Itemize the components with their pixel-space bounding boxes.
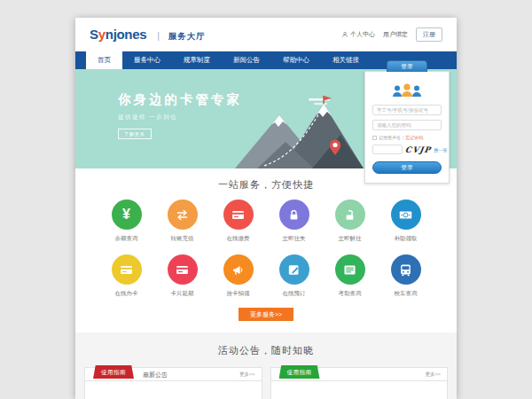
announcement-panels: 使用指南 最新公告 更多>> 使用指南 更多>>	[84, 367, 448, 399]
register-button[interactable]: 注册	[416, 27, 442, 42]
service-label: 卡片延期	[154, 290, 210, 298]
remember-label: 记住用户名	[379, 135, 401, 140]
password-input[interactable]	[372, 120, 442, 130]
username-input[interactable]	[372, 105, 442, 115]
more-link[interactable]: 更多>>	[426, 372, 441, 378]
service-item[interactable]: 立即解挂	[322, 200, 378, 243]
more-link[interactable]: 更多>>	[239, 372, 254, 378]
announcements-section: 活动公告，随时知晓 使用指南 最新公告 更多>> 使用指南 更多>>	[75, 332, 457, 399]
service-label: 转账充值	[154, 235, 210, 243]
users-group-icon	[389, 82, 425, 98]
bus-icon	[398, 262, 413, 278]
banner-heading: 你身边的卡管专家	[118, 91, 242, 108]
service-label: 在线缴费	[210, 235, 266, 243]
service-item[interactable]: 转账充值	[154, 200, 210, 243]
service-label: 补助领取	[378, 235, 434, 243]
service-item[interactable]: 立即挂失	[266, 200, 322, 243]
service-icon-circle	[168, 254, 198, 285]
panel-tab-row: 使用指南 更多>>	[271, 368, 448, 381]
service-item[interactable]: 拾卡招领	[210, 254, 266, 298]
site-logo[interactable]: Synjones | 服务大厅	[90, 27, 206, 43]
service-item[interactable]: 考勤查询	[322, 254, 378, 298]
mountain-illustration	[231, 93, 364, 168]
service-item[interactable]: 校车查询	[378, 254, 434, 298]
nav-item[interactable]: 帮助中心	[271, 51, 321, 69]
yuan-icon: ¥	[122, 207, 130, 222]
service-label: 拾卡招领	[210, 290, 266, 298]
service-item[interactable]: ¥余额查询	[98, 200, 154, 243]
service-icon-circle: ¥	[112, 200, 142, 230]
webpage: Synjones | 服务大厅 个人中心 用户绑定 注册 首页服务中心规章制度新…	[75, 18, 457, 399]
banknote-icon	[398, 207, 413, 223]
transfer-arrows-icon	[175, 207, 190, 223]
person-icon	[341, 31, 348, 38]
nav-item[interactable]: 服务中心	[122, 51, 172, 69]
service-icon-circle	[335, 200, 365, 230]
site-header: Synjones | 服务大厅 个人中心 用户绑定 注册	[75, 18, 457, 51]
service-label: 立即挂失	[266, 235, 322, 243]
bank-card-icon	[231, 207, 246, 223]
nav-item[interactable]: 新闻公告	[222, 51, 271, 69]
user-binding-label: 用户绑定	[383, 30, 408, 39]
nav-item[interactable]: 相关链接	[321, 51, 371, 69]
remember-row: 记住用户名 | 忘记密码	[372, 135, 442, 140]
more-services-button[interactable]: 更多服务>>	[239, 308, 293, 321]
panel-tab-row: 使用指南 最新公告 更多>>	[85, 368, 262, 381]
banner-cta-button[interactable]: 了解更多	[118, 129, 152, 139]
login-tab[interactable]: 登录	[387, 60, 427, 72]
login-submit-button[interactable]: 登录	[372, 161, 442, 174]
captcha-refresh-link[interactable]: 换一张	[434, 147, 447, 153]
tab-latest-news[interactable]: 最新公告	[143, 368, 168, 381]
login-panel: 登录 记住用户名 | 忘记密码 CVJP 换一张 登	[364, 71, 450, 184]
tab-usage-guide[interactable]: 使用指南	[93, 365, 134, 379]
service-icon-circle	[279, 254, 309, 285]
service-icon-circle	[223, 254, 254, 285]
service-label: 立即解挂	[322, 235, 378, 243]
service-icon-circle	[335, 254, 365, 285]
bank-card-icon	[175, 262, 190, 278]
bank-card-icon	[119, 262, 134, 278]
service-item[interactable]: 在线办卡	[98, 254, 154, 298]
site-subtitle: 服务大厅	[168, 31, 206, 41]
service-icon-circle	[391, 200, 421, 230]
remember-divider: |	[403, 135, 403, 140]
service-item[interactable]: 在线缴费	[210, 200, 266, 243]
remember-checkbox[interactable]	[372, 136, 377, 140]
user-binding-link[interactable]: 用户绑定	[383, 30, 408, 39]
service-item[interactable]: 在线预订	[266, 254, 322, 298]
hero-banner: 你身边的卡管专家 提供捷径 一步到位 了解更多 登录	[75, 69, 457, 168]
announcements-title: 活动公告，随时知晓	[84, 344, 448, 357]
personal-center-label: 个人中心	[350, 30, 375, 39]
service-icon-circle	[391, 254, 421, 285]
logo-text-2: njones	[106, 27, 147, 42]
edit-icon	[286, 262, 301, 278]
megaphone-icon	[231, 262, 246, 278]
banner-text-block: 你身边的卡管专家 提供捷径 一步到位 了解更多	[118, 91, 242, 139]
services-section: 一站服务，方便快捷 ¥余额查询转账充值在线缴费立即挂失立即解挂补助领取在线办卡卡…	[75, 168, 457, 321]
nav-item[interactable]: 规章制度	[172, 51, 222, 69]
tab-usage-guide-2[interactable]: 使用指南	[279, 365, 320, 379]
personal-center-link[interactable]: 个人中心	[341, 30, 375, 39]
lock-icon	[286, 207, 301, 223]
guide-news-panel: 使用指南 最新公告 更多>>	[84, 367, 262, 399]
forgot-password-link[interactable]: 忘记密码	[405, 135, 423, 140]
services-grid: ¥余额查询转账充值在线缴费立即挂失立即解挂补助领取在线办卡卡片延期拾卡招领在线预…	[98, 200, 434, 298]
captcha-input[interactable]	[372, 145, 403, 154]
service-icon-circle	[223, 200, 254, 230]
service-item[interactable]: 卡片延期	[154, 254, 210, 298]
service-label: 在线办卡	[98, 290, 154, 298]
service-label: 考勤查询	[322, 290, 378, 298]
logo-text: S	[90, 27, 98, 42]
service-icon-circle	[279, 200, 309, 230]
service-label: 校车查询	[378, 290, 434, 298]
logo-divider: |	[157, 30, 160, 41]
logo-accent: y	[98, 27, 106, 42]
attendance-list-icon	[342, 262, 357, 278]
banner-subheading: 提供捷径 一步到位	[118, 113, 242, 121]
nav-item[interactable]: 首页	[86, 51, 122, 69]
captcha-image[interactable]: CVJP	[404, 145, 432, 154]
service-icon-circle	[112, 254, 142, 285]
service-icon-circle	[168, 200, 198, 230]
service-item[interactable]: 补助领取	[378, 200, 434, 243]
service-label: 在线预订	[266, 290, 322, 298]
